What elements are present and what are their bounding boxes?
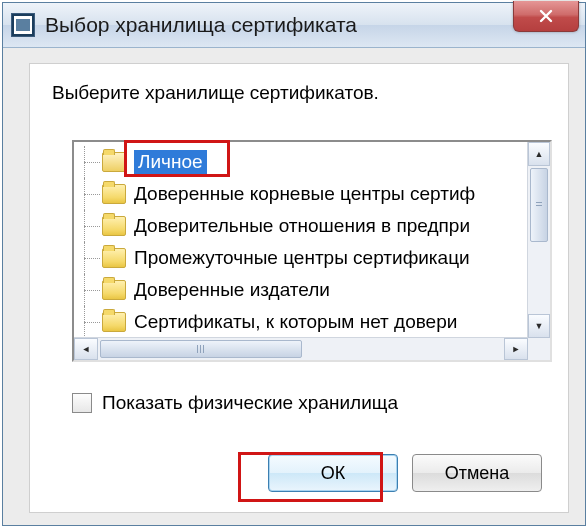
tree-item-trusted-root[interactable]: Доверенные корневые центры сертиф	[74, 178, 528, 210]
scroll-track-horizontal[interactable]	[98, 338, 504, 360]
cert-store-tree[interactable]: Личное Доверенные корневые центры сертиф…	[72, 140, 552, 362]
tree-item-personal[interactable]: Личное	[74, 146, 528, 178]
scroll-corner	[528, 338, 550, 360]
scroll-right-button[interactable]: ►	[504, 338, 528, 360]
cancel-button-label: Отмена	[445, 463, 510, 484]
close-button[interactable]	[513, 1, 579, 32]
scroll-left-button[interactable]: ◄	[74, 338, 98, 360]
app-icon	[11, 13, 35, 37]
scroll-up-button[interactable]: ▲	[528, 142, 550, 166]
scroll-track-vertical[interactable]	[528, 244, 550, 314]
tree-item-label: Доверительные отношения в предпри	[134, 215, 470, 237]
folder-icon	[102, 248, 126, 268]
tree-item-label: Доверенные корневые центры сертиф	[134, 183, 475, 205]
folder-icon	[102, 216, 126, 236]
show-physical-row[interactable]: Показать физические хранилища	[72, 392, 398, 414]
show-physical-label: Показать физические хранилища	[102, 392, 398, 414]
show-physical-checkbox[interactable]	[72, 393, 92, 413]
tree-item-label: Промежуточные центры сертификаци	[134, 247, 470, 269]
folder-icon	[102, 184, 126, 204]
tree-item-trusted-publishers[interactable]: Доверенные издатели	[74, 274, 528, 306]
cancel-button[interactable]: Отмена	[412, 454, 542, 492]
stage: Выбор хранилища сертификата Выберите хра…	[0, 0, 588, 528]
tree-item-enterprise-trust[interactable]: Доверительные отношения в предпри	[74, 210, 528, 242]
ok-button[interactable]: ОК	[268, 454, 398, 492]
horizontal-scrollbar[interactable]: ◄ ►	[74, 337, 528, 360]
dialog-body: Выберите хранилище сертификатов. Личное …	[29, 63, 569, 513]
ok-button-label: ОК	[321, 463, 346, 484]
dialog-window: Выбор хранилища сертификата Выберите хра…	[2, 2, 586, 526]
folder-icon	[102, 280, 126, 300]
tree-item-intermediate-ca[interactable]: Промежуточные центры сертификаци	[74, 242, 528, 274]
instruction-text: Выберите хранилище сертификатов.	[52, 82, 379, 104]
tree-item-label: Сертификаты, к которым нет довери	[134, 311, 457, 333]
title-bar[interactable]: Выбор хранилища сертификата	[3, 3, 585, 48]
vertical-scrollbar[interactable]: ▲ ▼	[527, 142, 550, 338]
tree-viewport: Личное Доверенные корневые центры сертиф…	[74, 142, 528, 342]
scroll-down-button[interactable]: ▼	[528, 314, 550, 338]
tree-item-label: Доверенные издатели	[134, 279, 330, 301]
tree-item-untrusted-certs[interactable]: Сертификаты, к которым нет довери	[74, 306, 528, 338]
scroll-thumb-horizontal[interactable]	[100, 340, 302, 358]
folder-icon	[102, 312, 126, 332]
scroll-thumb-vertical[interactable]	[530, 168, 548, 242]
window-controls	[513, 1, 579, 32]
dialog-buttons: ОК Отмена	[268, 454, 542, 492]
tree-item-label: Личное	[134, 150, 207, 174]
close-icon	[538, 8, 554, 24]
window-title: Выбор хранилища сертификата	[45, 13, 357, 37]
folder-icon	[102, 152, 126, 172]
